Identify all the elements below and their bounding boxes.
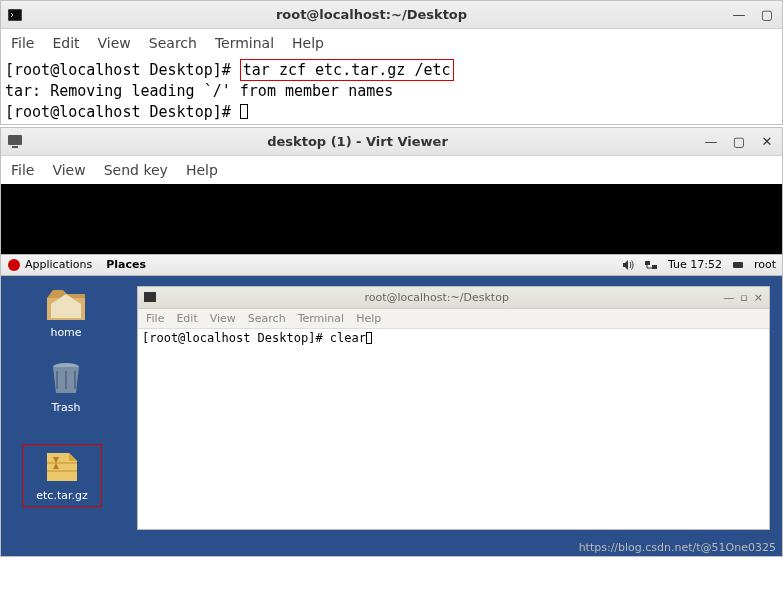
inner-window-title: root@localhost:~/Desktop [156,291,717,304]
svg-rect-5 [645,261,650,265]
menu-help[interactable]: Help [292,35,324,51]
virt-menubar: File View Send key Help [1,156,782,184]
highlighted-command: tar zcf etc.tar.gz /etc [240,59,454,81]
menu-help[interactable]: Help [186,162,218,178]
vm-black-area [1,184,782,254]
term-line-1: [root@localhost Desktop]# tar zcf etc.ta… [5,59,778,81]
terminal-icon [144,291,156,303]
outer-terminal-window: root@localhost:~/Desktop — ▢ File Edit V… [0,0,783,125]
trash-icon [45,361,87,397]
svg-rect-2 [8,135,22,145]
svg-rect-3 [12,146,18,148]
maximize-button[interactable]: ▫ [740,291,747,304]
virt-window-title: desktop (1) - Virt Viewer [23,134,692,149]
desktop-icon-home[interactable]: home [26,286,106,339]
inner-terminal-window: root@localhost:~/Desktop — ▫ × File Edit… [137,286,770,530]
minimize-button[interactable]: — [723,291,734,304]
menu-edit[interactable]: Edit [176,312,197,325]
close-button[interactable]: × [754,291,763,304]
user-menu[interactable]: root [754,258,776,271]
menu-edit[interactable]: Edit [52,35,79,51]
keyboard-indicator-icon[interactable] [732,259,744,271]
outer-window-title: root@localhost:~/Desktop [23,7,720,22]
menu-view[interactable]: View [98,35,131,51]
terminal-icon [7,7,23,23]
minimize-button[interactable]: — [730,6,748,24]
redhat-icon [7,258,21,272]
menu-file[interactable]: File [146,312,164,325]
svg-rect-9 [144,292,156,302]
menu-view[interactable]: View [52,162,85,178]
menu-terminal[interactable]: Terminal [215,35,274,51]
svg-rect-7 [733,262,743,268]
close-button[interactable]: ✕ [758,132,776,150]
inner-titlebar: root@localhost:~/Desktop — ▫ × [138,287,769,309]
menu-file[interactable]: File [11,162,34,178]
desktop-icon-archive[interactable]: etc.tar.gz [22,444,102,507]
cursor-icon [240,104,248,119]
maximize-button[interactable]: ▢ [758,6,776,24]
network-icon[interactable] [644,259,658,271]
virt-titlebar: desktop (1) - Virt Viewer — ▢ ✕ [1,128,782,156]
virt-viewer-window: desktop (1) - Virt Viewer — ▢ ✕ File Vie… [0,127,783,557]
menu-sendkey[interactable]: Send key [104,162,168,178]
folder-home-icon [45,286,87,322]
outer-menubar: File Edit View Search Terminal Help [1,29,782,57]
term-line-2: tar: Removing leading `/' from member na… [5,81,778,101]
command: clear [330,331,366,345]
minimize-button[interactable]: — [702,132,720,150]
term-line-3: [root@localhost Desktop]# [5,102,778,122]
inner-menubar: File Edit View Search Terminal Help [138,309,769,329]
outer-titlebar: root@localhost:~/Desktop — ▢ [1,1,782,29]
menu-terminal[interactable]: Terminal [298,312,345,325]
prompt: [root@localhost Desktop]# [5,61,240,79]
outer-terminal-body[interactable]: [root@localhost Desktop]# tar zcf etc.ta… [1,57,782,124]
prompt: [root@localhost Desktop]# [142,331,330,345]
menu-search[interactable]: Search [248,312,286,325]
menu-search[interactable]: Search [149,35,197,51]
applications-menu[interactable]: Applications [25,258,92,271]
menu-view[interactable]: View [210,312,236,325]
volume-icon[interactable] [622,259,634,271]
virt-viewer-icon [7,133,23,149]
watermark: https://blog.csdn.net/t@51One0325 [579,541,776,554]
cursor-icon [366,332,372,344]
svg-point-4 [8,259,20,271]
icon-label: etc.tar.gz [23,489,101,502]
maximize-button[interactable]: ▢ [730,132,748,150]
svg-rect-1 [9,10,21,20]
icon-label: Trash [26,401,106,414]
inner-terminal-body[interactable]: [root@localhost Desktop]# clear [138,329,769,529]
prompt: [root@localhost Desktop]# [5,103,240,121]
clock[interactable]: Tue 17:52 [668,258,722,271]
gnome-topbar: Applications Places Tue 17:52 root [1,254,782,276]
menu-help[interactable]: Help [356,312,381,325]
gnome-desktop[interactable]: home Trash etc.tar.gz [1,276,782,556]
menu-file[interactable]: File [11,35,34,51]
vm-display: Applications Places Tue 17:52 root [1,184,782,556]
places-menu[interactable]: Places [106,258,146,271]
archive-icon [41,449,83,485]
desktop-icon-trash[interactable]: Trash [26,361,106,414]
icon-label: home [26,326,106,339]
